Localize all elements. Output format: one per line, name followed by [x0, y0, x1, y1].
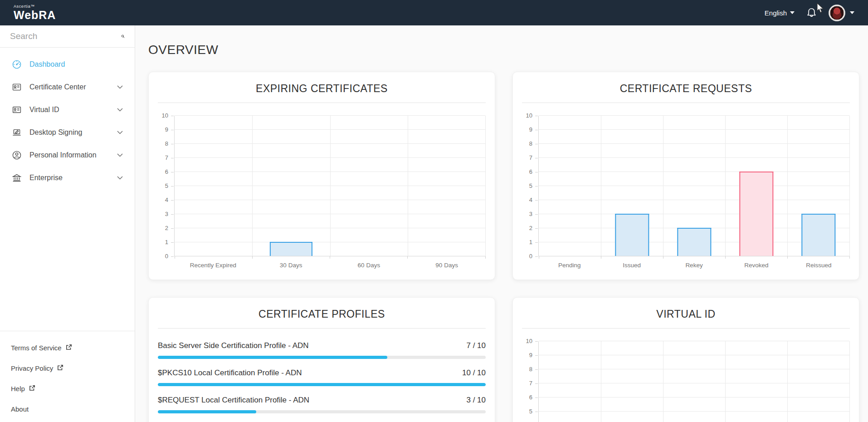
bar-rekey	[677, 228, 711, 256]
card-title: VIRTUAL ID	[513, 298, 859, 328]
y-axis: 012345678910	[519, 116, 538, 256]
y-tick-label: 7	[529, 380, 532, 387]
sidebar: DashboardCertificate CenterVirtual IDDes…	[0, 25, 135, 422]
x-tick-label: 60 Days	[330, 262, 408, 269]
y-tick-label: 4	[165, 196, 168, 203]
card-virtual-id: VIRTUAL ID 012345678910	[512, 297, 859, 422]
sidebar-search	[0, 25, 135, 48]
y-tick-label: 7	[529, 154, 532, 161]
external-link-icon	[57, 364, 63, 372]
dashboard-icon	[12, 59, 22, 69]
brand-product: WebRA	[14, 10, 56, 21]
progress-fill	[158, 356, 387, 359]
sidebar-item-label: Certificate Center	[29, 83, 86, 91]
enterprise-icon	[12, 173, 22, 183]
dashboard-cards: EXPIRING CERTIFICATES 012345678910 Recen…	[148, 72, 859, 422]
profile-count: 10 / 10	[462, 368, 486, 378]
x-axis-labels: PendingIssuedRekeyRevokedReissued	[538, 256, 850, 269]
chevron-down-icon	[117, 108, 123, 112]
plot-area	[538, 116, 850, 256]
y-tick-label: 3	[529, 211, 532, 217]
bar-revoked	[739, 172, 773, 256]
footer-link-terms-of-service[interactable]: Terms of Service	[0, 338, 135, 358]
navbar-actions: English	[765, 5, 854, 21]
avatar	[829, 5, 845, 21]
expiring-certificates-chart: 012345678910 Recently Expired30 Days60 D…	[149, 103, 495, 280]
footer-link-label: Help	[11, 385, 25, 393]
y-tick-label: 10	[162, 112, 168, 119]
card-certificate-requests: CERTIFICATE REQUESTS 012345678910 Pendin…	[512, 72, 859, 280]
profile-count: 3 / 10	[466, 396, 486, 405]
sidebar-nav: DashboardCertificate CenterVirtual IDDes…	[0, 48, 135, 189]
sidebar-item-certificate-center[interactable]: Certificate Center	[0, 76, 135, 98]
x-tick-label: Reissued	[788, 262, 850, 269]
caret-down-icon	[850, 11, 854, 14]
certificate-profiles-list: Basic Server Side Certification Profile …	[149, 329, 495, 422]
profile-row-pkcs10-local-certification-profile-adn: $PKCS10 Local Certification Profile - AD…	[158, 368, 486, 386]
sidebar-item-label: Virtual ID	[29, 106, 59, 114]
virtual-id-chart: 012345678910	[513, 329, 859, 422]
x-tick-label: 30 Days	[252, 262, 330, 269]
sidebar-item-enterprise[interactable]: Enterprise	[0, 167, 135, 189]
footer-link-help[interactable]: Help	[0, 378, 135, 399]
chevron-down-icon	[117, 85, 123, 89]
footer-link-label: About	[11, 405, 29, 413]
progress-fill	[158, 383, 486, 386]
sidebar-item-virtual-id[interactable]: Virtual ID	[0, 98, 135, 121]
bar-reissued	[801, 214, 835, 256]
y-tick-label: 2	[165, 225, 168, 231]
user-menu[interactable]	[829, 5, 854, 21]
footer-link-privacy-policy[interactable]: Privacy Policy	[0, 358, 135, 378]
y-tick-label: 1	[529, 239, 532, 245]
y-tick-label: 6	[165, 168, 168, 175]
language-dropdown[interactable]: English	[765, 9, 795, 17]
top-navbar: Ascertia™ WebRA English	[0, 0, 868, 25]
main-content: OVERVIEW EXPIRING CERTIFICATES 012345678…	[135, 25, 868, 422]
y-tick-label: 5	[529, 182, 532, 189]
x-tick-label: Recently Expired	[174, 262, 252, 269]
y-tick-label: 3	[165, 211, 168, 217]
sidebar-item-label: Desktop Signing	[29, 128, 83, 137]
y-tick-label: 0	[165, 253, 168, 260]
search-input[interactable]	[10, 31, 121, 41]
y-tick-label: 9	[529, 352, 532, 358]
sidebar-item-dashboard[interactable]: Dashboard	[0, 53, 135, 76]
certificate-center-icon	[12, 82, 22, 92]
webra-logo[interactable]: Ascertia™ WebRA	[14, 5, 56, 21]
y-tick-label: 6	[529, 168, 532, 175]
footer-link-about[interactable]: About	[0, 399, 135, 419]
brand-company: Ascertia™	[14, 5, 56, 9]
card-expiring-certificates: EXPIRING CERTIFICATES 012345678910 Recen…	[148, 72, 495, 280]
y-tick-label: 0	[529, 253, 532, 260]
y-tick-label: 4	[529, 196, 532, 203]
profile-count: 7 / 10	[466, 341, 486, 350]
x-tick-label: Issued	[600, 262, 663, 269]
y-tick-label: 5	[165, 182, 168, 189]
profile-label: $PKCS10 Local Certification Profile - AD…	[158, 368, 302, 378]
x-tick-label: Rekey	[663, 262, 725, 269]
y-tick-label: 5	[529, 408, 532, 415]
sidebar-footer: Terms of ServicePrivacy PolicyHelpAbout	[0, 331, 135, 422]
y-tick-label: 9	[165, 126, 168, 133]
card-title: CERTIFICATE REQUESTS	[513, 72, 859, 103]
y-tick-label: 10	[526, 112, 532, 119]
progress-bar	[158, 410, 486, 413]
sidebar-item-desktop-signing[interactable]: Desktop Signing	[0, 121, 135, 144]
search-icon[interactable]	[121, 32, 125, 41]
footer-link-label: Privacy Policy	[11, 364, 53, 372]
certificate-requests-chart: 012345678910 PendingIssuedRekeyRevokedRe…	[513, 103, 859, 280]
profile-label: Basic Server Side Certification Profile …	[158, 341, 309, 350]
sidebar-item-label: Personal Information	[29, 151, 97, 159]
bell-icon	[806, 7, 817, 18]
sidebar-item-label: Enterprise	[29, 174, 63, 182]
y-tick-label: 6	[529, 394, 532, 401]
language-label: English	[765, 9, 787, 17]
sidebar-item-personal-information[interactable]: Personal Information	[0, 144, 135, 167]
progress-bar	[158, 383, 486, 386]
progress-fill	[158, 410, 256, 413]
notifications-button[interactable]	[806, 7, 817, 18]
y-axis: 012345678910	[155, 116, 174, 256]
x-tick-label: Revoked	[725, 262, 787, 269]
y-axis: 012345678910	[519, 341, 538, 422]
profile-label: $REQUEST Local Certification Profile - A…	[158, 396, 309, 405]
